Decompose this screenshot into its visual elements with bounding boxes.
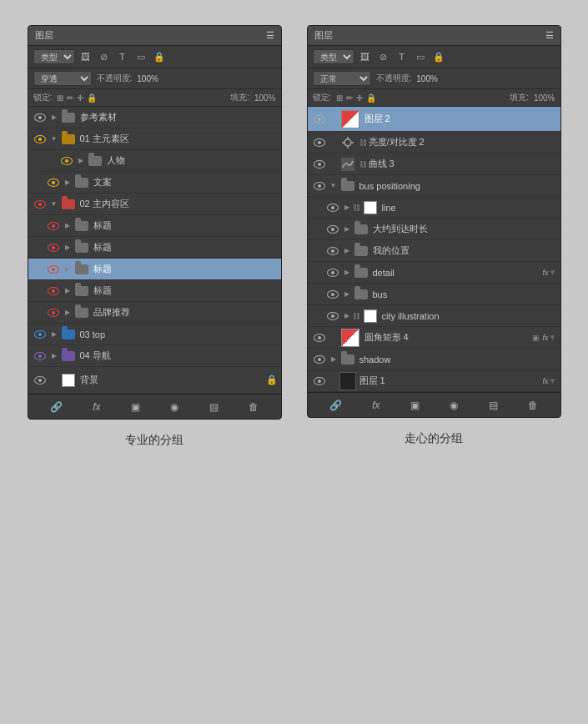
expand-toggle[interactable]: ▶ xyxy=(341,219,353,239)
eye-toggle[interactable] xyxy=(45,172,62,193)
layer-row[interactable]: ▶ 标题 xyxy=(28,259,281,280)
circle-icon-r[interactable]: ⊘ xyxy=(376,49,391,64)
expand-toggle[interactable]: ▶ xyxy=(48,107,60,128)
layer-row[interactable]: ▶ 我的位置 xyxy=(308,240,560,262)
layer-row[interactable]: ▶ 标题 xyxy=(28,215,281,237)
expand-toggle[interactable]: ▶ xyxy=(62,302,73,323)
image-icon[interactable]: 🖼 xyxy=(78,49,93,64)
lock-paint-icon[interactable]: ✏ xyxy=(67,93,73,103)
dropdown-arrow-3[interactable]: ▼ xyxy=(549,376,557,385)
layer-row[interactable]: ⛓ 亮度/对比度 2 xyxy=(308,132,560,153)
left-type-select[interactable]: 类型 xyxy=(33,49,75,64)
eye-toggle[interactable] xyxy=(32,107,48,128)
eye-toggle[interactable] xyxy=(324,240,341,261)
adjust-icon-r[interactable]: ▤ xyxy=(489,400,498,411)
eye-toggle[interactable] xyxy=(324,219,341,239)
eye-toggle[interactable] xyxy=(311,175,328,196)
link-bottom-icon[interactable]: 🔗 xyxy=(50,401,63,413)
circle-icon[interactable]: ⊘ xyxy=(97,49,112,64)
expand-toggle[interactable]: ▶ xyxy=(62,237,73,258)
fx-bottom-icon[interactable]: fx xyxy=(93,401,100,413)
layer-row[interactable]: 背景 🔒 xyxy=(28,367,281,394)
eye-toggle[interactable] xyxy=(32,345,48,366)
eye-toggle[interactable] xyxy=(32,367,48,393)
layer-row[interactable]: 圆角矩形 4 ▣ fx ▼ xyxy=(308,327,560,349)
layer-row[interactable]: ▶ 品牌推荐 xyxy=(28,302,281,324)
expand-toggle[interactable]: ▼ xyxy=(328,175,339,196)
layer-row[interactable]: ▶ 03 top xyxy=(28,324,281,345)
layer-row[interactable]: ▶ detail fx ▼ xyxy=(308,262,560,284)
layer-row[interactable]: ▼ bus positioning xyxy=(308,175,560,197)
right-blend-select[interactable]: 正常 xyxy=(313,71,371,86)
expand-toggle[interactable]: ▶ xyxy=(341,305,353,326)
expand-toggle[interactable]: ▶ xyxy=(341,197,353,218)
new-group-icon[interactable]: ▣ xyxy=(131,401,140,413)
layer-row[interactable]: ⛓ 曲线 3 xyxy=(308,153,560,175)
eye-toggle[interactable] xyxy=(45,259,62,279)
expand-toggle[interactable]: ▶ xyxy=(62,172,73,193)
fx-bottom-icon-r[interactable]: fx xyxy=(372,400,379,411)
expand-toggle[interactable]: ▶ xyxy=(341,240,353,261)
layer-row[interactable]: ▶ 标题 xyxy=(28,280,281,302)
layer-row[interactable]: ▶ 大约到达时长 xyxy=(308,219,560,240)
lock-pixels-icon[interactable]: ⊞ xyxy=(57,93,63,103)
layer-row[interactable]: ▶ 04 导航 xyxy=(28,345,281,367)
expand-toggle[interactable]: ▶ xyxy=(341,262,353,283)
expand-toggle[interactable]: ▶ xyxy=(341,284,353,304)
eye-toggle[interactable] xyxy=(311,349,328,370)
layer-row[interactable]: ▶ ⛓ city illustration xyxy=(308,305,560,327)
eye-toggle[interactable] xyxy=(311,107,328,131)
layer-row[interactable]: ▶ 标题 xyxy=(28,237,281,259)
expand-toggle[interactable]: ▶ xyxy=(62,280,73,301)
text-icon[interactable]: T xyxy=(115,49,130,64)
text-icon-r[interactable]: T xyxy=(395,49,410,64)
layer-row[interactable]: 图层 2 xyxy=(308,107,560,132)
eye-toggle[interactable] xyxy=(32,324,48,344)
lock-pixels-icon-r[interactable]: ⊞ xyxy=(336,93,343,103)
shape-icon-r[interactable]: ▭ xyxy=(413,49,428,64)
expand-toggle[interactable]: ▶ xyxy=(62,259,73,279)
eye-toggle[interactable] xyxy=(45,215,62,236)
expand-toggle[interactable]: ▼ xyxy=(48,194,60,214)
dropdown-arrow[interactable]: ▼ xyxy=(549,268,557,277)
mask-icon-r[interactable]: ◉ xyxy=(450,400,458,411)
right-panel-menu-icon[interactable]: ☰ xyxy=(545,30,554,41)
link-bottom-icon-r[interactable]: 🔗 xyxy=(329,400,342,411)
eye-toggle[interactable] xyxy=(311,132,328,153)
layer-row[interactable]: ▼ 01 主元素区 xyxy=(28,128,281,150)
left-blend-select[interactable]: 穿透 xyxy=(33,71,92,86)
eye-toggle[interactable] xyxy=(45,280,62,301)
expand-toggle[interactable]: ▶ xyxy=(48,345,60,366)
expand-toggle[interactable]: ▶ xyxy=(62,215,73,236)
eye-toggle[interactable] xyxy=(311,370,328,391)
layer-row[interactable]: ▶ bus xyxy=(308,284,560,305)
layer-row[interactable]: ▼ 02 主内容区 xyxy=(28,194,281,215)
lock-all-icon-r[interactable]: 🔒 xyxy=(366,93,376,103)
layer-row[interactable]: ▶ shadow xyxy=(308,349,560,370)
expand-toggle[interactable]: ▶ xyxy=(48,324,60,344)
eye-toggle[interactable] xyxy=(324,284,341,304)
left-panel-menu-icon[interactable]: ☰ xyxy=(266,30,274,41)
dropdown-arrow-2[interactable]: ▼ xyxy=(549,333,557,342)
expand-toggle[interactable]: ▶ xyxy=(75,150,87,171)
lock-sm-icon-r[interactable]: 🔒 xyxy=(431,49,446,64)
eye-toggle[interactable] xyxy=(311,153,328,174)
lock-position-icon-r[interactable]: ✛ xyxy=(356,93,363,103)
eye-toggle[interactable] xyxy=(32,128,48,149)
layer-row[interactable]: ▶ 人物 xyxy=(42,150,281,172)
lock-all-icon[interactable]: 🔒 xyxy=(87,93,97,103)
eye-toggle[interactable] xyxy=(58,150,75,171)
eye-toggle[interactable] xyxy=(32,194,48,214)
eye-toggle[interactable] xyxy=(45,237,62,258)
lock-position-icon[interactable]: ✛ xyxy=(77,93,83,103)
shape-icon[interactable]: ▭ xyxy=(133,49,148,64)
eye-toggle[interactable] xyxy=(311,327,328,348)
delete-icon-r[interactable]: 🗑 xyxy=(528,400,538,411)
layer-row[interactable]: ▶ ⛓ line xyxy=(308,197,560,219)
right-type-select[interactable]: 类型 xyxy=(313,49,354,64)
layer-row[interactable]: 图层 1 fx ▼ xyxy=(308,370,560,392)
layer-row[interactable]: ▶ 文案 xyxy=(28,172,281,194)
layer-row[interactable]: ▶ 参考素材 xyxy=(28,107,281,128)
eye-toggle[interactable] xyxy=(324,262,341,283)
delete-icon[interactable]: 🗑 xyxy=(249,401,259,413)
